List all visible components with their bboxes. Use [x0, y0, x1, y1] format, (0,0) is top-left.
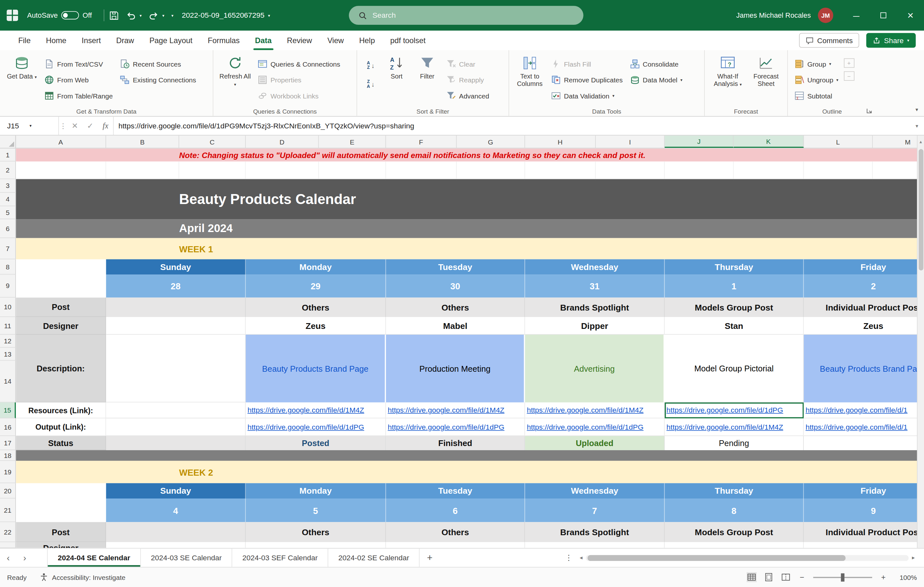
- row-header-23-partial[interactable]: [0, 542, 16, 548]
- week2-day-wednesday[interactable]: Wednesday: [525, 483, 665, 498]
- week1-post-wednesday[interactable]: Brands Spotlight: [525, 298, 665, 317]
- recent-sources-button[interactable]: Recent Sources: [118, 57, 198, 71]
- cell[interactable]: [525, 162, 596, 179]
- formula-input[interactable]: [119, 122, 910, 130]
- resources-label[interactable]: Resources (Link):: [16, 402, 106, 418]
- week2-day-sunday[interactable]: Sunday: [106, 483, 246, 498]
- cell[interactable]: [665, 542, 804, 548]
- cell[interactable]: [16, 259, 106, 275]
- collapse-ribbon-chevron-icon[interactable]: ▾: [915, 107, 918, 112]
- vertical-scrollbar-thumb[interactable]: [919, 149, 923, 270]
- column-header-k[interactable]: K: [734, 135, 804, 148]
- next-sheet-arrow[interactable]: ›: [16, 549, 33, 567]
- refresh-all-button[interactable]: Refresh All ▾: [218, 53, 252, 88]
- week1-designer-monday[interactable]: Zeus: [246, 317, 386, 335]
- sheet-tab-2024-03[interactable]: 2024-03 SE Calendar: [141, 549, 233, 567]
- tab-file[interactable]: File: [11, 31, 38, 50]
- row-header-20[interactable]: 20: [0, 483, 16, 498]
- row-header-1[interactable]: 1: [0, 148, 16, 161]
- cell[interactable]: [804, 542, 917, 548]
- expand-formula-bar-chevron-icon[interactable]: ▾: [910, 117, 924, 135]
- week1-day-sunday[interactable]: Sunday: [106, 259, 246, 275]
- cell[interactable]: [665, 162, 733, 179]
- row-header-14[interactable]: 14: [0, 361, 16, 402]
- page-break-view-button[interactable]: [781, 572, 791, 582]
- properties-button[interactable]: Properties: [256, 73, 342, 87]
- week1-resources-sunday[interactable]: [106, 402, 246, 418]
- week2-date-sunday[interactable]: 4: [106, 498, 246, 522]
- column-header-j[interactable]: J: [665, 135, 733, 148]
- quick-access-chevron-icon[interactable]: ▾: [172, 13, 173, 17]
- week1-day-tuesday[interactable]: Tuesday: [386, 259, 525, 275]
- row-header-4[interactable]: 4: [0, 193, 16, 206]
- cell[interactable]: [873, 162, 917, 179]
- week1-status-wednesday[interactable]: Uploaded: [525, 436, 665, 450]
- week1-day-thursday[interactable]: Thursday: [665, 259, 804, 275]
- search-box[interactable]: Search: [349, 6, 584, 25]
- week1-designer-friday[interactable]: Zeus: [804, 317, 917, 335]
- week2-banner-cell[interactable]: WEEK 2: [179, 461, 213, 483]
- cell[interactable]: [106, 162, 179, 179]
- week2-post-monday[interactable]: Others: [246, 522, 386, 542]
- cell[interactable]: [106, 542, 246, 548]
- scroll-right-arrow-icon[interactable]: ►: [911, 555, 916, 560]
- week1-description-thursday[interactable]: Model Group Pictorial: [665, 335, 804, 402]
- workbook-links-button[interactable]: Workbook Links: [256, 89, 342, 103]
- column-header-g[interactable]: G: [457, 135, 525, 148]
- week1-banner-cell[interactable]: WEEK 1: [179, 238, 213, 259]
- column-header-i[interactable]: I: [596, 135, 665, 148]
- row-header-22[interactable]: 22: [0, 522, 16, 542]
- sheet-tab-2024-03-sef[interactable]: 2024-03 SEF Calendar: [233, 549, 328, 567]
- document-title[interactable]: 2022-05-09_1652067295 ▾: [182, 11, 271, 20]
- group-button[interactable]: Group ▾: [793, 57, 840, 71]
- week1-post-tuesday[interactable]: Others: [386, 298, 525, 317]
- week1-designer-thursday[interactable]: Stan: [665, 317, 804, 335]
- forecast-sheet-button[interactable]: Forecast Sheet: [749, 53, 783, 88]
- week2-post-friday[interactable]: Individual Product Post: [804, 522, 917, 542]
- column-header-b[interactable]: B: [106, 135, 179, 148]
- week1-status-monday[interactable]: Posted: [246, 436, 386, 450]
- cell[interactable]: [179, 162, 246, 179]
- cell[interactable]: [246, 542, 386, 548]
- week2-post-tuesday[interactable]: Others: [386, 522, 525, 542]
- sheet-tab-2024-04[interactable]: 2024-04 SE Calendar: [47, 549, 141, 567]
- cell[interactable]: [16, 162, 106, 179]
- clear-filter-button[interactable]: Clear: [444, 57, 491, 71]
- maximize-button[interactable]: [870, 0, 897, 31]
- week2-day-tuesday[interactable]: Tuesday: [386, 483, 525, 498]
- week1-output-monday-link[interactable]: https://drive.google.com/file/d/1dPG: [246, 418, 386, 436]
- data-validation-button[interactable]: Data Validation ▾: [549, 89, 624, 103]
- week2-day-thursday[interactable]: Thursday: [665, 483, 804, 498]
- designer-label-partial[interactable]: Designer: [16, 542, 106, 548]
- week1-designer-sunday[interactable]: [106, 317, 246, 335]
- excel-app-icon[interactable]: [6, 9, 19, 21]
- user-name[interactable]: James Michael Rocales: [736, 11, 811, 20]
- subtotal-button[interactable]: Σ Subtotal: [793, 89, 840, 103]
- week1-output-wednesday-link[interactable]: https://drive.google.com/file/d/1dPG: [525, 418, 665, 436]
- week2-date-wednesday[interactable]: 7: [525, 498, 665, 522]
- avatar[interactable]: JM: [818, 8, 833, 23]
- scroll-up-arrow-icon[interactable]: ▲: [919, 135, 923, 147]
- zoom-in-button[interactable]: +: [879, 573, 888, 582]
- description-label[interactable]: Description:: [16, 335, 106, 402]
- week1-date-sunday[interactable]: 28: [106, 275, 246, 297]
- week1-post-monday[interactable]: Others: [246, 298, 386, 317]
- cell[interactable]: [386, 162, 457, 179]
- row-header-12[interactable]: 12: [0, 335, 16, 348]
- accessibility-status[interactable]: Accessibility: Investigate: [40, 573, 125, 582]
- cell[interactable]: [457, 162, 525, 179]
- week1-output-thursday-link[interactable]: https://drive.google.com/file/d/1M4Z: [665, 418, 804, 436]
- from-web-button[interactable]: From Web: [43, 73, 115, 87]
- column-header-a[interactable]: A: [16, 135, 106, 148]
- page-layout-view-button[interactable]: [764, 572, 774, 582]
- autosave-toggle[interactable]: AutoSave Off: [27, 11, 92, 20]
- week1-description-monday[interactable]: Beauty Products Brand Page: [246, 335, 386, 402]
- comments-button[interactable]: Comments: [799, 33, 859, 48]
- week1-resources-monday-link[interactable]: https://drive.google.com/file/d/1M4Z: [246, 402, 386, 418]
- week1-date-tuesday[interactable]: 30: [386, 275, 525, 297]
- cell[interactable]: [525, 542, 665, 548]
- week2-day-monday[interactable]: Monday: [246, 483, 386, 498]
- tab-insert[interactable]: Insert: [74, 31, 109, 50]
- week1-resources-friday-link[interactable]: https://drive.google.com/file/d/1: [804, 402, 917, 418]
- week2-date-friday[interactable]: 9: [804, 498, 917, 522]
